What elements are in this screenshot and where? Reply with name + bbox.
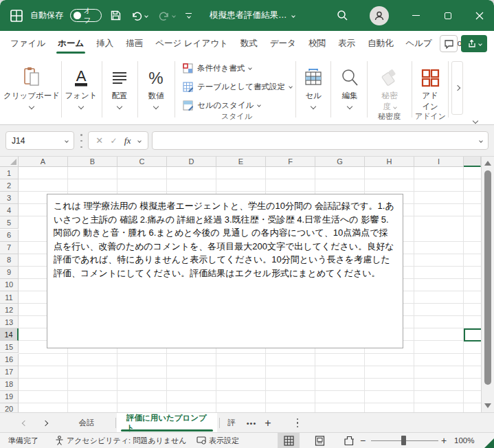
tab-data[interactable]: データ [264, 31, 302, 56]
row-header-7[interactable]: 7 [0, 242, 19, 254]
name-box-chevron-icon[interactable] [65, 139, 69, 143]
column-header-d[interactable]: D [167, 157, 216, 167]
row-header-16[interactable]: 16 [0, 354, 19, 366]
column-header-c[interactable]: C [117, 157, 167, 167]
row-header-18[interactable]: 18 [0, 379, 19, 391]
fx-chevron-icon[interactable] [137, 139, 142, 143]
sheet-tab-prompt-active[interactable]: 評価に用いたプロンプト [117, 413, 217, 433]
cell-styles-button[interactable]: セルのスタイル [183, 98, 260, 113]
undo-button[interactable] [131, 0, 148, 31]
zoom-level[interactable]: 100% [454, 433, 474, 448]
tab-automate[interactable]: 自動化 [361, 31, 400, 56]
sheet-next-button[interactable] [37, 413, 54, 433]
row-header-15[interactable]: 15 [0, 341, 19, 353]
format-as-table-button[interactable]: テーブルとして書式設定 [183, 79, 292, 94]
search-button[interactable] [334, 0, 350, 31]
row-header-14-selected[interactable]: 14 [0, 328, 19, 341]
save-button[interactable] [110, 0, 122, 31]
document-title-button[interactable]: 模擬患者評価結果… [210, 0, 295, 31]
sheet-prev-button[interactable] [16, 413, 33, 433]
font-group-button[interactable]: A フォント [63, 60, 99, 120]
scroll-up-icon[interactable] [484, 161, 491, 166]
customize-quick-access-button[interactable] [186, 0, 192, 31]
row-header-12[interactable]: 12 [0, 304, 19, 316]
tab-view[interactable]: 表示 [332, 31, 361, 56]
row-header-1[interactable]: 1 [0, 167, 19, 179]
select-all-button[interactable] [0, 157, 19, 167]
tab-help[interactable]: ヘルプ [399, 31, 438, 56]
account-button[interactable] [370, 0, 389, 31]
tab-draw[interactable]: 描画 [120, 31, 149, 56]
tab-file[interactable]: ファイル [4, 31, 52, 56]
close-button[interactable] [464, 0, 494, 31]
clipboard-group-button[interactable]: クリップボード [3, 60, 60, 120]
ribbon-more-button[interactable] [451, 61, 463, 115]
number-group-button[interactable]: % 数値 [139, 60, 173, 120]
tab-insert[interactable]: 挿入 [90, 31, 120, 56]
window-resize-grip[interactable] [484, 438, 494, 448]
row-header-3[interactable]: 3 [0, 192, 19, 204]
redo-button[interactable] [158, 0, 175, 31]
enter-icon[interactable]: ✓ [110, 136, 117, 146]
row-header-9[interactable]: 9 [0, 267, 19, 279]
formula-bar-handle[interactable] [80, 134, 82, 148]
column-header-h[interactable]: H [365, 157, 414, 167]
row-header-19[interactable]: 19 [0, 391, 19, 403]
new-sheet-button[interactable]: + [260, 413, 276, 433]
maximize-button[interactable] [433, 0, 463, 31]
expand-formula-bar-icon[interactable] [479, 139, 483, 143]
page-break-view-button[interactable] [337, 433, 359, 448]
column-header-i[interactable]: I [414, 157, 464, 167]
cancel-icon[interactable]: ✕ [96, 135, 103, 146]
insert-function-button[interactable]: fx [124, 135, 131, 146]
zoom-out-button[interactable]: − [360, 433, 366, 448]
alignment-group-button[interactable]: 配置 [103, 60, 136, 120]
row-header-20[interactable]: 20 [0, 403, 19, 412]
normal-view-button[interactable] [278, 433, 300, 448]
vertical-scrollbar[interactable] [481, 157, 494, 412]
collapse-ribbon-button[interactable] [473, 113, 478, 126]
accessibility-status[interactable]: アクセシビリティ: 問題ありません [55, 433, 186, 448]
conditional-formatting-button[interactable]: 条件付き書式 [183, 60, 251, 76]
display-settings-button[interactable]: 表示設定 [197, 433, 239, 448]
tab-formulas[interactable]: 数式 [234, 31, 264, 56]
tab-review[interactable]: 校閲 [302, 31, 332, 56]
page-layout-view-button[interactable] [308, 433, 330, 448]
active-cell-j14[interactable] [464, 328, 481, 341]
more-sheets-button[interactable]: ••• [242, 413, 261, 433]
row-header-11[interactable]: 11 [0, 291, 19, 304]
row-header-13[interactable]: 13 [0, 316, 19, 328]
tab-page-layout[interactable]: ページ レイアウト [149, 31, 234, 56]
row-header-6[interactable]: 6 [0, 229, 19, 242]
worksheet-grid[interactable]: A B C D E F G H I 1 2 3 4 5 6 7 8 9 10 1… [0, 157, 481, 412]
column-header-f[interactable]: F [266, 157, 315, 167]
column-header-e[interactable]: E [216, 157, 266, 167]
row-header-17[interactable]: 17 [0, 366, 19, 379]
column-header-j-partial[interactable] [464, 157, 481, 167]
name-box[interactable]: J14 [5, 131, 74, 150]
tab-home[interactable]: ホーム [52, 31, 90, 56]
prompt-text-box[interactable]: これは 理学療法用の 模擬患者エージェントと、学生の10分間の 会話記録です。1… [47, 194, 403, 348]
row-header-10[interactable]: 10 [0, 279, 19, 291]
editing-group-button[interactable]: 編集 [333, 60, 366, 120]
comments-button[interactable] [440, 35, 458, 52]
zoom-slider-thumb[interactable] [401, 436, 406, 445]
row-header-5[interactable]: 5 [0, 216, 19, 229]
sheet-tab-kaiwa[interactable]: 会話 [60, 413, 113, 433]
column-header-g[interactable]: G [315, 157, 365, 167]
zoom-in-button[interactable]: + [441, 433, 447, 448]
row-header-4[interactable]: 4 [0, 204, 19, 216]
formula-input[interactable] [152, 131, 489, 150]
cells-group-button[interactable]: セル [297, 60, 330, 120]
minimize-button[interactable] [401, 0, 431, 31]
sheet-tab-partial[interactable]: 評 [221, 413, 242, 433]
autosave-toggle[interactable]: オフ [70, 0, 102, 31]
share-button[interactable] [461, 35, 487, 52]
vertical-scrollbar-thumb[interactable] [484, 170, 491, 385]
sheet-options-button[interactable] [291, 413, 304, 433]
column-header-a[interactable]: A [19, 157, 68, 167]
scroll-down-icon[interactable] [484, 403, 491, 408]
column-header-b[interactable]: B [68, 157, 117, 167]
row-header-2[interactable]: 2 [0, 179, 19, 192]
row-header-8[interactable]: 8 [0, 254, 19, 267]
